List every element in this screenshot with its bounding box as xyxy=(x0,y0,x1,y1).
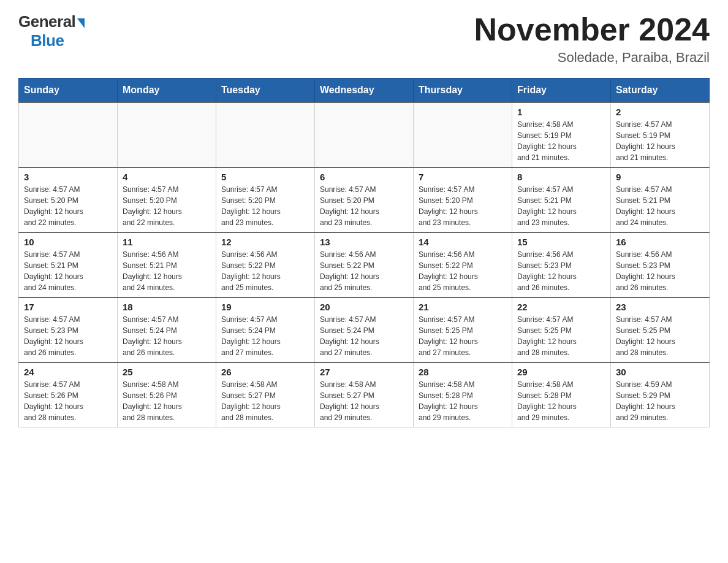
calendar-cell xyxy=(19,102,118,167)
calendar-cell: 19Sunrise: 4:57 AMSunset: 5:24 PMDayligh… xyxy=(216,297,315,362)
logo: General Blue xyxy=(18,12,85,50)
day-info: Sunrise: 4:56 AMSunset: 5:23 PMDaylight:… xyxy=(616,249,704,293)
logo-arrow-icon xyxy=(77,18,85,28)
calendar-cell: 11Sunrise: 4:56 AMSunset: 5:21 PMDayligh… xyxy=(118,232,216,297)
calendar-cell: 18Sunrise: 4:57 AMSunset: 5:24 PMDayligh… xyxy=(118,297,216,362)
week-row-4: 17Sunrise: 4:57 AMSunset: 5:23 PMDayligh… xyxy=(19,297,710,362)
day-number: 7 xyxy=(419,172,507,182)
day-info: Sunrise: 4:56 AMSunset: 5:21 PMDaylight:… xyxy=(123,249,211,293)
day-info: Sunrise: 4:58 AMSunset: 5:28 PMDaylight:… xyxy=(517,379,605,423)
day-info: Sunrise: 4:57 AMSunset: 5:21 PMDaylight:… xyxy=(517,184,605,228)
calendar-cell: 29Sunrise: 4:58 AMSunset: 5:28 PMDayligh… xyxy=(512,362,611,427)
week-row-5: 24Sunrise: 4:57 AMSunset: 5:26 PMDayligh… xyxy=(19,362,710,427)
week-row-2: 3Sunrise: 4:57 AMSunset: 5:20 PMDaylight… xyxy=(19,167,710,232)
calendar-cell: 3Sunrise: 4:57 AMSunset: 5:20 PMDaylight… xyxy=(19,167,118,232)
calendar-cell: 12Sunrise: 4:56 AMSunset: 5:22 PMDayligh… xyxy=(216,232,315,297)
day-number: 23 xyxy=(616,302,704,312)
logo-general-text: General xyxy=(18,12,75,31)
day-number: 21 xyxy=(419,302,507,312)
calendar-cell: 20Sunrise: 4:57 AMSunset: 5:24 PMDayligh… xyxy=(315,297,414,362)
day-info: Sunrise: 4:57 AMSunset: 5:21 PMDaylight:… xyxy=(616,184,704,228)
calendar-cell: 21Sunrise: 4:57 AMSunset: 5:25 PMDayligh… xyxy=(414,297,512,362)
calendar-cell: 7Sunrise: 4:57 AMSunset: 5:20 PMDaylight… xyxy=(414,167,512,232)
day-number: 30 xyxy=(616,367,704,377)
day-number: 16 xyxy=(616,237,704,247)
week-row-1: 1Sunrise: 4:58 AMSunset: 5:19 PMDaylight… xyxy=(19,102,710,167)
calendar-cell: 17Sunrise: 4:57 AMSunset: 5:23 PMDayligh… xyxy=(19,297,118,362)
day-number: 14 xyxy=(419,237,507,247)
calendar-cell: 28Sunrise: 4:58 AMSunset: 5:28 PMDayligh… xyxy=(414,362,512,427)
day-number: 29 xyxy=(517,367,605,377)
calendar-cell: 30Sunrise: 4:59 AMSunset: 5:29 PMDayligh… xyxy=(611,362,710,427)
day-info: Sunrise: 4:57 AMSunset: 5:26 PMDaylight:… xyxy=(24,379,112,423)
calendar-cell: 26Sunrise: 4:58 AMSunset: 5:27 PMDayligh… xyxy=(216,362,315,427)
day-number: 24 xyxy=(24,367,112,377)
calendar-cell: 24Sunrise: 4:57 AMSunset: 5:26 PMDayligh… xyxy=(19,362,118,427)
calendar-cell: 6Sunrise: 4:57 AMSunset: 5:20 PMDaylight… xyxy=(315,167,414,232)
day-number: 10 xyxy=(24,237,112,247)
day-number: 6 xyxy=(320,172,408,182)
title-section: November 2024 Soledade, Paraiba, Brazil xyxy=(474,12,710,66)
day-number: 20 xyxy=(320,302,408,312)
page-header: General Blue November 2024 Soledade, Par… xyxy=(18,12,710,66)
calendar-cell xyxy=(216,102,315,167)
day-number: 28 xyxy=(419,367,507,377)
month-title: November 2024 xyxy=(474,12,710,47)
calendar-cell: 5Sunrise: 4:57 AMSunset: 5:20 PMDaylight… xyxy=(216,167,315,232)
day-number: 19 xyxy=(221,302,309,312)
day-number: 4 xyxy=(123,172,211,182)
day-number: 22 xyxy=(517,302,605,312)
day-number: 18 xyxy=(123,302,211,312)
day-number: 11 xyxy=(123,237,211,247)
calendar-cell xyxy=(414,102,512,167)
calendar-cell: 15Sunrise: 4:56 AMSunset: 5:23 PMDayligh… xyxy=(512,232,611,297)
calendar-cell xyxy=(315,102,414,167)
day-number: 5 xyxy=(221,172,309,182)
calendar-cell: 2Sunrise: 4:57 AMSunset: 5:19 PMDaylight… xyxy=(611,102,710,167)
calendar-header-saturday: Saturday xyxy=(611,79,710,103)
calendar-cell: 9Sunrise: 4:57 AMSunset: 5:21 PMDaylight… xyxy=(611,167,710,232)
day-info: Sunrise: 4:57 AMSunset: 5:20 PMDaylight:… xyxy=(123,184,211,228)
calendar-header-friday: Friday xyxy=(512,79,611,103)
day-info: Sunrise: 4:56 AMSunset: 5:23 PMDaylight:… xyxy=(517,249,605,293)
day-info: Sunrise: 4:58 AMSunset: 5:27 PMDaylight:… xyxy=(320,379,408,423)
calendar-header-row: SundayMondayTuesdayWednesdayThursdayFrid… xyxy=(19,79,710,103)
calendar-header-tuesday: Tuesday xyxy=(216,79,315,103)
day-info: Sunrise: 4:56 AMSunset: 5:22 PMDaylight:… xyxy=(419,249,507,293)
day-info: Sunrise: 4:58 AMSunset: 5:26 PMDaylight:… xyxy=(123,379,211,423)
calendar-header-monday: Monday xyxy=(118,79,216,103)
day-info: Sunrise: 4:57 AMSunset: 5:20 PMDaylight:… xyxy=(221,184,309,228)
location-subtitle: Soledade, Paraiba, Brazil xyxy=(474,50,710,66)
calendar-cell: 27Sunrise: 4:58 AMSunset: 5:27 PMDayligh… xyxy=(315,362,414,427)
calendar-cell: 16Sunrise: 4:56 AMSunset: 5:23 PMDayligh… xyxy=(611,232,710,297)
calendar-cell: 8Sunrise: 4:57 AMSunset: 5:21 PMDaylight… xyxy=(512,167,611,232)
day-info: Sunrise: 4:57 AMSunset: 5:20 PMDaylight:… xyxy=(24,184,112,228)
day-info: Sunrise: 4:57 AMSunset: 5:25 PMDaylight:… xyxy=(419,314,507,358)
day-number: 3 xyxy=(24,172,112,182)
day-info: Sunrise: 4:57 AMSunset: 5:19 PMDaylight:… xyxy=(616,119,704,163)
calendar-cell: 22Sunrise: 4:57 AMSunset: 5:25 PMDayligh… xyxy=(512,297,611,362)
day-number: 27 xyxy=(320,367,408,377)
day-number: 17 xyxy=(24,302,112,312)
day-info: Sunrise: 4:58 AMSunset: 5:28 PMDaylight:… xyxy=(419,379,507,423)
day-number: 13 xyxy=(320,237,408,247)
calendar-cell: 23Sunrise: 4:57 AMSunset: 5:25 PMDayligh… xyxy=(611,297,710,362)
day-info: Sunrise: 4:56 AMSunset: 5:22 PMDaylight:… xyxy=(221,249,309,293)
calendar-cell: 10Sunrise: 4:57 AMSunset: 5:21 PMDayligh… xyxy=(19,232,118,297)
calendar-cell: 14Sunrise: 4:56 AMSunset: 5:22 PMDayligh… xyxy=(414,232,512,297)
day-info: Sunrise: 4:57 AMSunset: 5:25 PMDaylight:… xyxy=(517,314,605,358)
calendar-table: SundayMondayTuesdayWednesdayThursdayFrid… xyxy=(18,78,710,427)
day-number: 12 xyxy=(221,237,309,247)
day-info: Sunrise: 4:57 AMSunset: 5:24 PMDaylight:… xyxy=(123,314,211,358)
day-info: Sunrise: 4:58 AMSunset: 5:27 PMDaylight:… xyxy=(221,379,309,423)
day-info: Sunrise: 4:56 AMSunset: 5:22 PMDaylight:… xyxy=(320,249,408,293)
day-info: Sunrise: 4:58 AMSunset: 5:19 PMDaylight:… xyxy=(517,119,605,163)
calendar-cell: 13Sunrise: 4:56 AMSunset: 5:22 PMDayligh… xyxy=(315,232,414,297)
calendar-header-thursday: Thursday xyxy=(414,79,512,103)
day-info: Sunrise: 4:57 AMSunset: 5:20 PMDaylight:… xyxy=(419,184,507,228)
day-number: 9 xyxy=(616,172,704,182)
day-info: Sunrise: 4:57 AMSunset: 5:24 PMDaylight:… xyxy=(221,314,309,358)
week-row-3: 10Sunrise: 4:57 AMSunset: 5:21 PMDayligh… xyxy=(19,232,710,297)
day-number: 8 xyxy=(517,172,605,182)
calendar-cell: 25Sunrise: 4:58 AMSunset: 5:26 PMDayligh… xyxy=(118,362,216,427)
